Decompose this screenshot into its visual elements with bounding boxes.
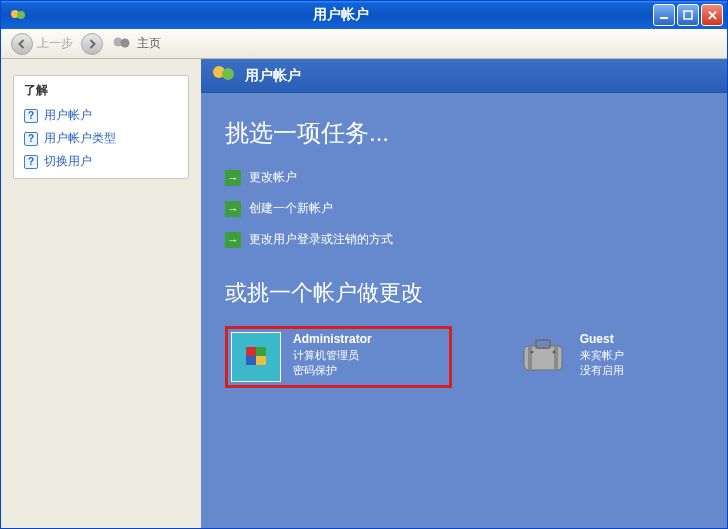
users-icon bbox=[111, 35, 133, 53]
main-panel: 用户帐户 挑选一项任务... → 更改帐户 → 创建一个新帐户 → 更改用户登录… bbox=[201, 59, 727, 528]
account-password: 密码保护 bbox=[293, 363, 372, 378]
account-name: Guest bbox=[580, 332, 627, 346]
account-info: Administrator 计算机管理员 密码保护 bbox=[293, 332, 372, 379]
learn-item-switch[interactable]: ? 切换用户 bbox=[14, 151, 188, 178]
forward-button[interactable] bbox=[81, 33, 103, 55]
back-button[interactable]: 上一步 bbox=[11, 33, 73, 55]
learn-panel: 了解 ? 用户帐户 ? 用户帐户类型 ? 切换用户 bbox=[13, 75, 189, 179]
task-change-logon[interactable]: → 更改用户登录或注销的方式 bbox=[225, 231, 707, 248]
account-info: Guest 来宾帐户没有启用 bbox=[580, 332, 627, 379]
task-label: 更改帐户 bbox=[249, 169, 297, 186]
help-icon: ? bbox=[24, 109, 38, 123]
account-role: 计算机管理员 bbox=[293, 348, 372, 363]
task-change-account[interactable]: → 更改帐户 bbox=[225, 169, 707, 186]
svg-point-19 bbox=[552, 351, 555, 354]
svg-rect-13 bbox=[256, 356, 266, 365]
back-label: 上一步 bbox=[37, 35, 73, 52]
learn-item-label: 用户帐户类型 bbox=[44, 130, 116, 147]
svg-rect-2 bbox=[660, 17, 668, 19]
account-administrator[interactable]: Administrator 计算机管理员 密码保护 bbox=[225, 326, 452, 388]
titlebar: 用户帐户 ✕ bbox=[1, 1, 727, 29]
pick-task-heading: 挑选一项任务... bbox=[225, 117, 707, 149]
close-button[interactable]: ✕ bbox=[701, 4, 723, 26]
account-avatar bbox=[518, 332, 568, 379]
arrow-icon: → bbox=[225, 201, 241, 217]
svg-point-5 bbox=[121, 38, 130, 47]
learn-item-types[interactable]: ? 用户帐户类型 bbox=[14, 128, 188, 151]
learn-title: 了解 bbox=[14, 76, 188, 105]
account-status: 来宾帐户没有启用 bbox=[580, 348, 627, 379]
back-arrow-icon bbox=[11, 33, 33, 55]
help-icon: ? bbox=[24, 132, 38, 146]
main-body: 挑选一项任务... → 更改帐户 → 创建一个新帐户 → 更改用户登录或注销的方… bbox=[201, 93, 727, 408]
svg-rect-10 bbox=[246, 347, 256, 356]
svg-rect-11 bbox=[256, 347, 266, 356]
home-button[interactable]: 主页 bbox=[111, 35, 161, 53]
svg-point-7 bbox=[222, 68, 234, 80]
arrow-icon: → bbox=[225, 232, 241, 248]
maximize-button[interactable] bbox=[677, 4, 699, 26]
help-icon: ? bbox=[24, 155, 38, 169]
task-create-account[interactable]: → 创建一个新帐户 bbox=[225, 200, 707, 217]
main-header-title: 用户帐户 bbox=[245, 67, 301, 85]
arrow-icon: → bbox=[225, 170, 241, 186]
svg-point-18 bbox=[530, 351, 533, 354]
titlebar-title: 用户帐户 bbox=[31, 6, 651, 24]
account-guest[interactable]: Guest 来宾帐户没有启用 bbox=[512, 326, 707, 388]
main-header: 用户帐户 bbox=[201, 59, 727, 93]
users-icon bbox=[211, 63, 237, 88]
learn-item-accounts[interactable]: ? 用户帐户 bbox=[14, 105, 188, 128]
toolbar: 上一步 主页 bbox=[1, 29, 727, 59]
svg-rect-16 bbox=[528, 346, 532, 370]
account-name: Administrator bbox=[293, 332, 372, 346]
svg-rect-17 bbox=[554, 346, 558, 370]
minimize-button[interactable] bbox=[653, 4, 675, 26]
account-list: Administrator 计算机管理员 密码保护 bbox=[225, 326, 707, 388]
learn-item-label: 用户帐户 bbox=[44, 107, 92, 124]
svg-rect-3 bbox=[684, 11, 692, 19]
home-label: 主页 bbox=[137, 35, 161, 52]
sidebar: 了解 ? 用户帐户 ? 用户帐户类型 ? 切换用户 bbox=[1, 59, 201, 528]
svg-point-1 bbox=[17, 11, 25, 19]
app-icon bbox=[9, 6, 27, 24]
account-avatar bbox=[231, 332, 281, 382]
svg-rect-12 bbox=[246, 356, 256, 365]
learn-item-label: 切换用户 bbox=[44, 153, 92, 170]
content-area: 了解 ? 用户帐户 ? 用户帐户类型 ? 切换用户 用户帐户 挑选一项任务... bbox=[1, 59, 727, 528]
forward-arrow-icon bbox=[81, 33, 103, 55]
pick-account-heading: 或挑一个帐户做更改 bbox=[225, 278, 707, 308]
task-label: 创建一个新帐户 bbox=[249, 200, 333, 217]
task-label: 更改用户登录或注销的方式 bbox=[249, 231, 393, 248]
